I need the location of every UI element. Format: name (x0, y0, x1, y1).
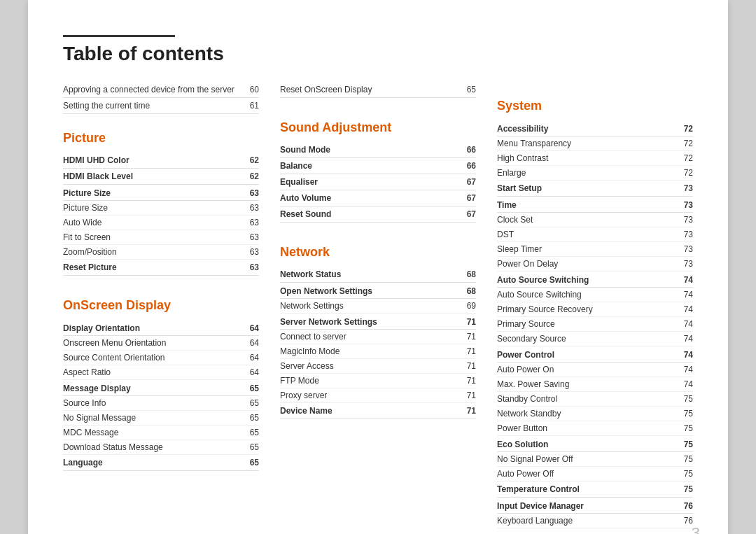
network-settings-label: Network Settings (280, 301, 344, 311)
equaliser-entry: Equaliser 67 (280, 174, 476, 190)
equaliser-label: Equaliser (280, 177, 462, 187)
picture-size-header: Picture Size 63 (63, 185, 259, 201)
time-sub-num-3: 73 (684, 259, 693, 269)
acc-sub-num-1: 72 (684, 153, 693, 163)
msg-sub-2: MDC Message 65 (63, 426, 259, 440)
hdmi-uhd-num: 62 (245, 155, 259, 165)
auto-volume-num: 67 (462, 193, 476, 203)
acc-sub-num-2: 72 (684, 168, 693, 178)
eco-sub-0: No Signal Power Off 75 (497, 452, 693, 467)
col-sound-network: Reset OnScreen Display 65 Sound Adjustme… (280, 82, 497, 528)
picture-size-sub-label-3: Zoom/Position (63, 247, 117, 257)
start-setup-num: 73 (679, 183, 693, 193)
acc-sub-0: Menu Transparency 72 (497, 136, 693, 151)
power-sub-num-2: 75 (684, 394, 693, 404)
server-sub-label-2: Server Access (280, 361, 334, 371)
balance-entry: Balance 66 (280, 158, 476, 174)
system-title: System (497, 99, 693, 113)
power-sub-label-1: Max. Power Saving (497, 379, 569, 389)
msg-sub-num-1: 65 (250, 413, 259, 423)
msg-sub-3: Download Status Message 65 (63, 440, 259, 455)
onscreen-sub-label-2: Aspect Ratio (63, 367, 111, 377)
hdmi-uhd-entry: HDMI UHD Color 62 (63, 153, 259, 169)
reset-picture-label: Reset Picture (63, 262, 245, 272)
auto-source-sub-label-3: Secondary Source (497, 334, 566, 344)
power-sub-4: Power Button 75 (497, 421, 693, 436)
network-title: Network (280, 245, 476, 260)
keyboard-sub: Keyboard Language 76 (497, 514, 693, 528)
input-device-label: Input Device Manager (497, 501, 584, 511)
power-sub-num-1: 74 (684, 379, 693, 389)
server-network-num: 71 (467, 317, 476, 327)
server-sub-4: Proxy server 71 (280, 388, 476, 403)
eco-solution-label: Eco Solution (497, 440, 548, 449)
acc-sub-1: High Contrast 72 (497, 151, 693, 166)
power-sub-0: Auto Power On 74 (497, 363, 693, 377)
display-orient-header: Display Orientation 64 (63, 320, 259, 336)
picture-size-sub-2: Fit to Screen 63 (63, 230, 259, 245)
keyboard-sub-label: Keyboard Language (497, 516, 573, 526)
language-label: Language (63, 458, 245, 468)
acc-sub-label-1: High Contrast (497, 153, 548, 163)
onscreen-sub-0: Onscreen Menu Orientation 64 (63, 336, 259, 351)
eco-sub-label-1: Auto Power Off (497, 469, 554, 479)
server-sub-num-1: 71 (467, 346, 476, 356)
msg-sub-0: Source Info 65 (63, 396, 259, 411)
time-sub-label-2: Sleep Timer (497, 244, 542, 254)
auto-source-sub-3: Secondary Source 74 (497, 332, 693, 346)
sound-title: Sound Adjustment (280, 120, 476, 135)
time-label: Time (497, 200, 517, 210)
device-name-entry: Device Name 71 (280, 403, 476, 419)
sound-mode-num: 66 (462, 145, 476, 155)
time-sub-2: Sleep Timer 73 (497, 242, 693, 257)
time-sub-1: DST 73 (497, 227, 693, 242)
onscreen-sub-2: Aspect Ratio 64 (63, 365, 259, 380)
msg-sub-num-2: 65 (250, 428, 259, 437)
msg-sub-num-0: 65 (250, 398, 259, 408)
eco-sub-label-0: No Signal Power Off (497, 454, 573, 464)
power-sub-label-4: Power Button (497, 423, 547, 433)
server-sub-0: Connect to server 71 (280, 330, 476, 344)
auto-source-sub-num-2: 74 (684, 319, 693, 329)
start-setup-label: Start Setup (497, 183, 679, 193)
msg-sub-num-3: 65 (250, 442, 259, 452)
msg-sub-label-0: Source Info (63, 398, 106, 408)
auto-volume-entry: Auto Volume 67 (280, 190, 476, 206)
server-network-header: Server Network Settings 71 (280, 314, 476, 330)
onscreen-sub-1: Source Content Orientation 64 (63, 351, 259, 365)
network-settings-sub: Network Settings 69 (280, 299, 476, 314)
msg-sub-label-3: Download Status Message (63, 442, 163, 452)
language-num: 65 (245, 458, 259, 468)
auto-source-sub-label-2: Primary Source (497, 319, 555, 329)
power-sub-label-3: Network Standby (497, 409, 561, 419)
picture-size-sub-num-3: 63 (250, 247, 259, 257)
input-device-header: Input Device Manager 76 (497, 498, 693, 514)
auto-source-header: Auto Source Switching 74 (497, 272, 693, 288)
open-network-num: 68 (467, 286, 476, 296)
hdmi-black-num: 62 (245, 171, 259, 181)
picture-size-label: Picture Size (63, 188, 111, 198)
eco-sub-num-0: 75 (684, 454, 693, 464)
eco-solution-header: Eco Solution 75 (497, 436, 693, 452)
message-display-header: Message Display 65 (63, 380, 259, 396)
title-bar (63, 35, 175, 37)
acc-sub-num-0: 72 (684, 139, 693, 148)
time-sub-3: Power On Delay 73 (497, 257, 693, 272)
sound-mode-label: Sound Mode (280, 145, 462, 155)
onscreen-sub-label-1: Source Content Orientation (63, 353, 164, 363)
picture-title: Picture (63, 131, 259, 146)
power-control-label: Power Control (497, 350, 554, 360)
onscreen-sub-num-2: 64 (250, 367, 259, 377)
auto-source-sub-num-1: 74 (684, 304, 693, 314)
server-sub-1: MagicInfo Mode 71 (280, 344, 476, 359)
auto-source-sub-0: Auto Source Switching 74 (497, 288, 693, 302)
hdmi-black-label: HDMI Black Level (63, 171, 245, 181)
intro-entries: Approving a connected device from the se… (63, 82, 259, 114)
acc-sub-label-2: Enlarge (497, 168, 526, 178)
server-sub-label-3: FTP Mode (280, 376, 319, 386)
intro-label-1: Approving a connected device from the se… (63, 85, 245, 94)
auto-source-sub-2: Primary Source 74 (497, 317, 693, 332)
hdmi-uhd-label: HDMI UHD Color (63, 155, 245, 165)
start-setup-entry: Start Setup 73 (497, 181, 693, 197)
network-status-entry: Network Status 68 (280, 267, 476, 283)
